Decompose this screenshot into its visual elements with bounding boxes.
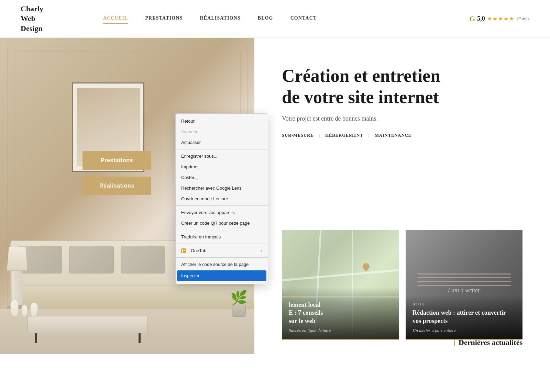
tag-separator-2: | [368,133,370,138]
ctx-lecture[interactable]: Ouvrir en mode Lecture [176,193,268,204]
ctx-sep-1 [176,149,268,149]
blog-card-1-border [282,339,399,340]
writer-text: I am a writer [448,287,481,294]
ctx-inspecter[interactable]: Inspecter [177,270,266,281]
blog-card-1-title: lement localE : 7 conseilssur le web [289,301,392,325]
context-menu: Retour Avancer Actualiser Enregistrer so… [175,113,268,284]
blog-card-1-desc: Succès en ligne de mire [289,328,392,333]
tag-maintenance: MAINTENANCE [375,133,411,138]
ctx-source[interactable]: Afficher le code source de la page [176,259,268,270]
ctx-actualiser[interactable]: Actualiser [176,137,268,148]
typewriter-line-1 [417,273,511,275]
ctx-retour[interactable]: Retour [176,116,268,126]
stars-icon: ★★★★★ [487,15,515,22]
sofa-cushion-2 [69,246,114,273]
ctx-onetab-label: OneTab [191,248,207,253]
ctx-sep-5 [176,257,268,258]
ctx-caster[interactable]: Caster... [176,172,268,183]
typewriter-decoration [406,230,522,291]
hero-subtitle: Votre projet est entre de bonnes mains. [282,115,522,122]
vase-1 [10,300,19,317]
ctx-sep-4 [176,244,268,244]
vase-group [10,300,38,317]
hero-right: Création et entretien de votre site inte… [254,38,550,354]
hero-title-line1: Création et entretien [282,66,440,86]
ctx-sep-2 [176,205,268,206]
logo-line2: Web [21,14,35,23]
latest-section: Dernières actualités [454,338,522,347]
sofa-seat [10,285,254,309]
hero-title: Création et entretien de votre site inte… [282,65,522,108]
vase-2 [21,305,28,317]
tag-sur-mesure: SUR-MESURE [282,133,314,138]
ctx-imprimer[interactable]: Imprimer... [176,161,268,172]
nav-prestations[interactable]: PRESTATIONS [145,15,183,22]
table-leg-right [139,333,141,343]
main-nav: ACCUEIL PRESTATIONS RÉALISATIONS BLOG CO… [103,15,469,22]
header: Charly Web Design ACCUEIL PRESTATIONS RÉ… [0,0,550,38]
logo-line3: Design [21,24,43,33]
typewriter-line-3 [417,281,511,282]
hero-title-line2: de votre site internet [282,87,439,107]
ctx-traduire[interactable]: Traduire en français [176,232,268,242]
realisations-button[interactable]: Réalisations [82,177,151,195]
logo[interactable]: Charly Web Design [21,4,76,34]
nav-contact[interactable]: CONTACT [290,15,317,22]
hero-section: 🌿 Prestations Réalisations Création et e… [0,38,550,354]
tag-separator-1: | [319,133,320,138]
sofa-cushion-3 [121,246,165,273]
onetab-arrow: › [261,249,262,253]
blog-card-2-tag: BLOG [412,302,516,306]
blog-card-2-overlay: BLOG Rédaction web : attirer et converti… [406,295,522,340]
table-leg-left [35,333,37,343]
hero-tags: SUR-MESURE | HÉBERGEMENT | MAINTENANCE [282,133,522,138]
nav-blog[interactable]: BLOG [258,15,273,22]
tag-hebergement: HÉBERGEMENT [325,133,363,138]
prestations-button[interactable]: Prestations [82,151,151,170]
plant-leaves: 🌿 [230,291,248,305]
ctx-google-lens[interactable]: Rechercher avec Google Lens [176,183,268,193]
rating-count: 27 avis [517,16,529,22]
plant-vase: 🌿 [230,291,248,317]
blog-cards: BLOG lement localE : 7 conseilssur le we… [282,230,522,340]
rating-score: 5,0 [477,15,485,22]
logo-line1: Charly [21,4,43,13]
typewriter-line-2 [417,277,511,278]
ctx-envoyer[interactable]: Envoyer vers vos appareils [176,207,268,218]
blog-card-2-title: Rédaction web : attirer et convertir vos… [412,309,516,325]
hero-buttons: Prestations Réalisations [82,151,151,195]
lamp-shade [7,247,28,271]
blog-card-1-overlay: BLOG lement localE : 7 conseilssur le we… [282,287,399,340]
nav-realisations[interactable]: RÉALISATIONS [200,15,240,22]
blog-card-1[interactable]: BLOG lement localE : 7 conseilssur le we… [282,230,399,340]
plant-pot [232,305,246,317]
blog-card-2[interactable]: I am a writer BLOG Rédaction web : attir… [406,230,522,340]
vase-3 [30,302,38,317]
latest-bar [454,339,455,346]
nav-accueil[interactable]: ACCUEIL [103,15,128,22]
ctx-qr[interactable]: Créer un code QR pour cette page [176,218,268,228]
blog-card-2-desc: Un métier à part entière [412,328,516,333]
google-rating[interactable]: G 5,0 ★★★★★ 27 avis [469,14,529,23]
coffee-table [28,316,148,333]
ctx-enregistrer[interactable]: Enregistrer sous... [176,151,268,161]
typewriter-line-4 [417,285,511,286]
map-road-h1 [282,269,398,281]
ctx-onetab[interactable]: OneTab › [176,245,268,256]
ctx-sep-3 [176,230,268,230]
ctx-avancer: Avancer [176,126,268,137]
google-icon: G [469,14,475,23]
onetab-icon [181,248,186,253]
latest-title: Dernières actualités [459,338,522,347]
blog-card-1-tag: BLOG [289,294,392,298]
